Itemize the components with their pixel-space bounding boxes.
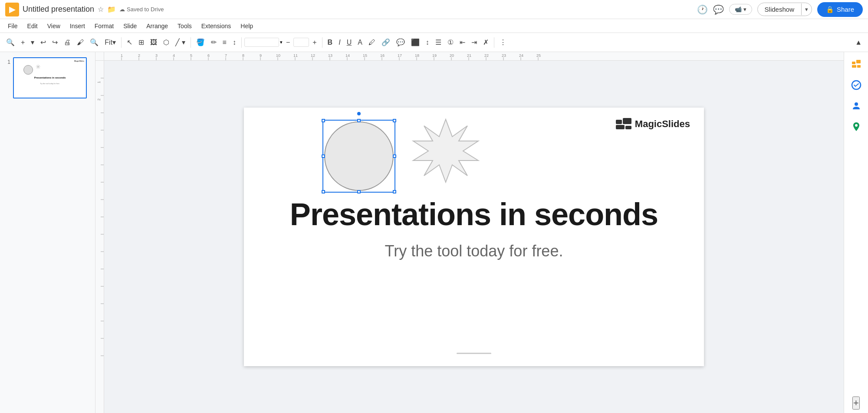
slide-logo-text: MagicSlides <box>635 118 690 130</box>
ruler-vertical: 1 2 <box>95 61 104 413</box>
lock-icon: 🔒 <box>826 6 834 13</box>
canvas-area: 1 2 3 4 5 6 7 8 <box>95 52 844 413</box>
slide-title[interactable]: Presentations in seconds <box>244 197 704 232</box>
svg-text:12: 12 <box>311 53 315 58</box>
shapes-button[interactable]: ⬡ <box>161 36 172 48</box>
align-left-button[interactable]: ⬛ <box>408 36 422 48</box>
star-button[interactable]: ☆ <box>98 5 104 13</box>
toolbar-separator-3 <box>241 37 242 48</box>
text-color-button[interactable]: A <box>355 37 365 48</box>
tasks-panel-icon[interactable] <box>848 76 865 94</box>
menu-file[interactable]: File <box>3 21 22 31</box>
toolbar-separator-2 <box>191 37 191 48</box>
title-icons: ☆ 📁 ☁ Saved to Drive <box>98 5 164 13</box>
image-button[interactable]: 🖼 <box>148 37 160 48</box>
comment-button[interactable]: 💬 <box>394 36 408 48</box>
font-size-increase-button[interactable]: + <box>310 37 319 48</box>
handle-bottom-right[interactable] <box>393 190 396 193</box>
menu-arrange[interactable]: Arrange <box>142 21 172 31</box>
zoom-select-button[interactable]: 🔍 <box>87 36 101 48</box>
toolbar-separator-1 <box>121 37 122 48</box>
slideshow-button[interactable]: Slideshow <box>758 3 801 16</box>
menu-view[interactable]: View <box>43 21 65 31</box>
more-options-button[interactable]: ⋮ <box>497 36 509 48</box>
bold-button[interactable]: B <box>325 37 335 48</box>
svg-marker-75 <box>413 119 478 182</box>
indent-less-button[interactable]: ⇤ <box>457 36 468 48</box>
collapse-toolbar-button[interactable]: ▲ <box>852 37 865 48</box>
right-panel: + <box>844 52 868 413</box>
svg-text:20: 20 <box>450 53 454 58</box>
zoom-in-button[interactable]: + <box>18 37 27 48</box>
history-button[interactable]: 🕐 <box>697 4 708 15</box>
menu-format[interactable]: Format <box>90 21 118 31</box>
font-size-decrease-button[interactable]: − <box>283 37 293 48</box>
slide-bottom-divider <box>457 353 491 354</box>
zoom-fit-button[interactable]: Fit ▾ <box>102 36 118 48</box>
slideshow-dropdown-button[interactable]: ▾ <box>801 3 812 15</box>
link-button[interactable]: 🔗 <box>379 36 393 48</box>
font-name-input[interactable]: Arial <box>244 38 279 47</box>
cursor-button[interactable]: ↖ <box>124 36 135 48</box>
slide-canvas[interactable]: MagicSlides <box>244 108 704 366</box>
font-dropdown-icon[interactable]: ▾ <box>280 39 283 45</box>
print-button[interactable]: 🖨 <box>61 37 73 48</box>
magicslides-logo-icon <box>616 118 631 130</box>
clear-format-button[interactable]: ✗ <box>480 36 491 48</box>
svg-text:8: 8 <box>242 53 244 58</box>
fill-color-button[interactable]: 🪣 <box>194 36 207 48</box>
svg-text:13: 13 <box>328 53 332 58</box>
handle-rotate[interactable] <box>357 112 361 115</box>
font-size-input[interactable]: 14 <box>293 38 309 47</box>
slide-subtitle[interactable]: Try the tool today for free. <box>244 242 704 260</box>
maps-panel-icon[interactable] <box>848 118 865 135</box>
zoom-dropdown-button[interactable]: ▾ <box>28 36 37 48</box>
video-button[interactable]: 📹 ▾ <box>729 4 752 15</box>
search-button[interactable]: 🔍 <box>3 36 17 48</box>
handle-top-right[interactable] <box>393 119 396 122</box>
svg-point-82 <box>855 124 858 127</box>
paint-format-button[interactable]: 🖌 <box>74 37 86 48</box>
folder-button[interactable]: 📁 <box>107 5 116 13</box>
main-content: 1 ✳ Presentations in seconds Try the too… <box>0 52 868 413</box>
comments-button[interactable]: 💬 <box>713 4 724 15</box>
magic-slides-panel-icon[interactable] <box>848 56 865 73</box>
menu-edit[interactable]: Edit <box>23 21 42 31</box>
add-panel-button[interactable]: + <box>852 397 860 410</box>
undo-button[interactable]: ↩ <box>38 36 49 48</box>
menu-tools[interactable]: Tools <box>173 21 196 31</box>
svg-point-81 <box>855 102 858 106</box>
numbered-list-button[interactable]: ① <box>445 36 456 48</box>
slide-thumbnail-1[interactable]: ✳ Presentations in seconds Try the tool … <box>13 57 87 98</box>
underline-button[interactable]: U <box>344 37 355 48</box>
cloud-icon: ☁ <box>119 6 125 13</box>
indent-more-button[interactable]: ⇥ <box>469 36 480 48</box>
redo-button[interactable]: ↪ <box>49 36 60 48</box>
line-spacing-btn2[interactable]: ↕ <box>423 37 432 48</box>
line-spacing-button[interactable]: ↕ <box>230 37 239 48</box>
line-color-button[interactable]: ✏ <box>208 36 219 48</box>
handle-bottom-left[interactable] <box>322 190 325 193</box>
menu-insert[interactable]: Insert <box>66 21 89 31</box>
contacts-panel-icon[interactable] <box>848 97 865 115</box>
svg-rect-78 <box>852 65 856 68</box>
align-button[interactable]: ≡ <box>220 37 229 48</box>
lines-button[interactable]: ╱ ▾ <box>173 36 187 48</box>
text-box-button[interactable]: ⊞ <box>136 36 147 48</box>
circle-shape-container[interactable] <box>324 121 394 191</box>
handle-top-left[interactable] <box>322 119 325 122</box>
thumb-starburst: ✳ <box>36 63 41 70</box>
menu-bar: File Edit View Insert Format Slide Arran… <box>0 19 868 33</box>
canvas-scroll[interactable]: MagicSlides <box>104 61 844 413</box>
menu-help[interactable]: Help <box>236 21 257 31</box>
share-button[interactable]: 🔒 Share <box>817 2 863 17</box>
svg-text:25: 25 <box>536 53 541 58</box>
italic-button[interactable]: I <box>336 37 343 48</box>
title-bar: ▶ Untitled presentation ☆ 📁 ☁ Saved to D… <box>0 0 868 19</box>
menu-slide[interactable]: Slide <box>119 21 141 31</box>
starburst-container <box>411 117 480 187</box>
menu-extensions[interactable]: Extensions <box>197 21 235 31</box>
highlight-button[interactable]: 🖊 <box>366 37 378 48</box>
list-button[interactable]: ☰ <box>433 36 444 48</box>
person-icon-svg <box>851 101 861 111</box>
